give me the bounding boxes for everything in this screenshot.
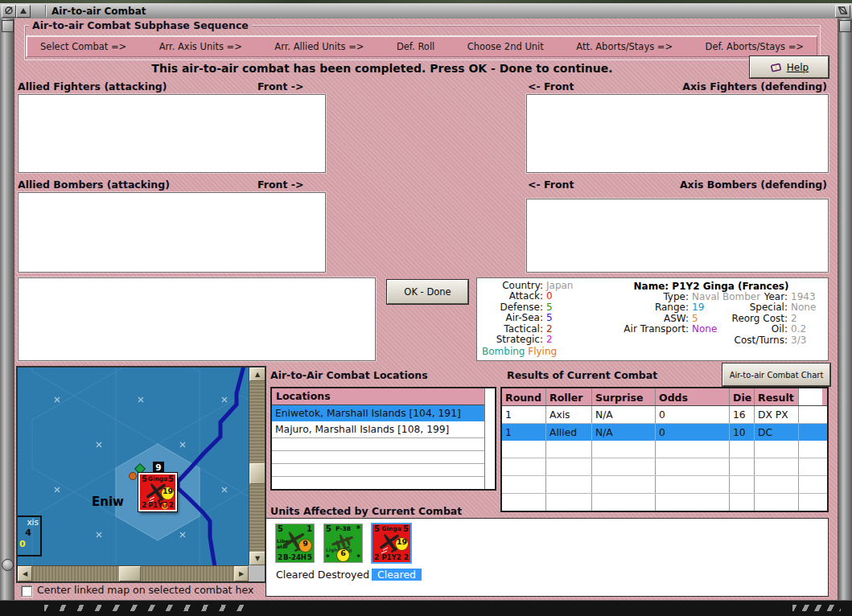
combat-chart-button-label: Air-to-air Combat Chart bbox=[730, 371, 824, 380]
menu-item-arr-axis-units[interactable]: Arr. Axis Units => bbox=[159, 41, 242, 52]
titlebar-right-button[interactable] bbox=[835, 5, 850, 18]
special-value: None bbox=[788, 302, 825, 313]
location-row-eniwetok[interactable]: Eniwetok, Marshall Islands [104, 191] bbox=[272, 405, 495, 421]
title-bar[interactable]: Air-to-air Combat bbox=[0, 3, 852, 19]
map-hscrollbar[interactable]: ◀ ▶ bbox=[18, 565, 249, 581]
center-map-checkbox-label[interactable]: Center linked map on selected combat hex bbox=[37, 584, 253, 596]
menu-item-def-aborts-stays[interactable]: Def. Aborts/Stays => bbox=[706, 41, 804, 52]
front-arrow-right-fighters: Front -> bbox=[257, 80, 303, 92]
air-transport-label: Air Transport: bbox=[598, 324, 689, 335]
country-value: Japan bbox=[543, 281, 598, 291]
menu-item-arr-allied-units[interactable]: Arr. Allied Units => bbox=[274, 41, 364, 52]
hscroll-thumb[interactable] bbox=[119, 566, 141, 581]
combat-chart-button[interactable]: Air-to-air Combat Chart bbox=[722, 363, 830, 386]
results-header-round: Round bbox=[502, 388, 546, 405]
name-value: P1Y2 Ginga (Frances) bbox=[672, 281, 788, 292]
scrollbar-corner bbox=[249, 565, 265, 581]
location-row-empty bbox=[272, 477, 495, 489]
center-map-checkbox[interactable] bbox=[21, 585, 32, 597]
axis-bombers-label: Axis Bombers (defending) bbox=[644, 179, 827, 191]
locations-scroll-gutter[interactable] bbox=[484, 388, 495, 489]
right-rail-top-square bbox=[839, 20, 851, 32]
defense-value: 5 bbox=[543, 302, 598, 313]
front-arrow-left-bombers: <- Front bbox=[528, 179, 574, 191]
scroll-down-button[interactable]: ▼ bbox=[249, 552, 265, 565]
results-row-empty bbox=[502, 494, 827, 511]
locations-title: Air-to-Air Combat Locations bbox=[270, 369, 428, 381]
country-label: Country: bbox=[477, 281, 543, 291]
allied-fighters-listbox[interactable] bbox=[18, 94, 326, 173]
name-label: Name: bbox=[634, 281, 669, 292]
reorg-cost-value: 2 bbox=[788, 314, 825, 324]
air-sea-label: Air-Sea: bbox=[477, 313, 543, 323]
air-sea-value: 5 bbox=[543, 313, 598, 323]
attack-label: Attack: bbox=[477, 291, 543, 302]
unit-counter-p1y2[interactable]: 5 Ginga 5 19 2 P1Y2 2 bbox=[372, 524, 410, 562]
info-box-line2: 4 bbox=[16, 528, 40, 539]
attack-value: 0 bbox=[543, 291, 598, 302]
results-header-row: RoundRollerSurpriseOddsDieResult bbox=[502, 388, 827, 406]
bottom-grip-right bbox=[792, 605, 841, 611]
front-arrow-right-bombers: Front -> bbox=[257, 179, 303, 191]
minimize-button[interactable] bbox=[16, 5, 31, 18]
results-row-axis[interactable]: 1AxisN/A016DX PX bbox=[502, 406, 827, 424]
slash-icon bbox=[837, 6, 849, 15]
system-menu-button[interactable] bbox=[2, 5, 16, 18]
year-value: 1943 bbox=[788, 292, 825, 302]
unit-counter-p38[interactable]: 5 P-38 * Lightning 6 * * bbox=[324, 524, 362, 562]
menu-item-def-roll[interactable]: Def. Roll bbox=[397, 41, 434, 52]
unit-counter-b24h[interactable]: 5 1 Liber- ator 9 2 B-24H 5 bbox=[276, 524, 314, 562]
subphase-menubar: Select Combat => Arr. Axis Units => Arr.… bbox=[26, 35, 817, 57]
strategic-value: 2 bbox=[543, 335, 598, 345]
tactical-label: Tactical: bbox=[477, 324, 543, 335]
location-row-empty bbox=[272, 438, 495, 451]
vscroll-thumb[interactable] bbox=[249, 463, 265, 484]
menu-item-choose-2nd-unit[interactable]: Choose 2nd Unit bbox=[467, 41, 544, 52]
combat-log-listbox[interactable] bbox=[18, 277, 376, 361]
strategic-label: Strategic: bbox=[477, 335, 543, 345]
anchor-icon bbox=[162, 502, 168, 509]
map-vscrollbar[interactable]: ▲ ▼ bbox=[249, 368, 265, 565]
help-button[interactable]: Help bbox=[750, 56, 829, 78]
help-button-label: Help bbox=[787, 62, 809, 73]
results-row-empty bbox=[502, 458, 827, 476]
front-arrow-left-fighters: <- Front bbox=[528, 80, 574, 92]
triangle-icon bbox=[18, 6, 29, 15]
flying-status: Flying bbox=[528, 346, 557, 357]
results-row-empty bbox=[502, 441, 827, 458]
bottom-frame-bar bbox=[0, 600, 852, 616]
type-label: Type: bbox=[598, 292, 689, 302]
axis-fighters-listbox[interactable] bbox=[526, 94, 829, 173]
allied-bombers-listbox[interactable] bbox=[18, 192, 326, 273]
info-box-line1: xis bbox=[16, 517, 40, 528]
asw-value: 5 bbox=[689, 314, 732, 324]
reorg-cost-label: Reorg Cost: bbox=[732, 314, 788, 324]
location-row-majuro[interactable]: Majuro, Marshall Islands [108, 199] bbox=[272, 421, 495, 438]
scroll-up-button[interactable]: ▲ bbox=[249, 368, 265, 381]
oil-value: 0.2 bbox=[788, 324, 825, 335]
axis-bombers-listbox[interactable] bbox=[526, 199, 829, 273]
scroll-right-button[interactable]: ▶ bbox=[234, 566, 249, 581]
locations-header: Locations bbox=[272, 388, 495, 405]
menu-item-att-aborts-stays[interactable]: Att. Aborts/Stays => bbox=[576, 41, 673, 52]
oil-label: Oil: bbox=[772, 324, 788, 335]
results-header-surprise: Surprise bbox=[592, 388, 656, 405]
locations-table: Locations Eniwetok, Marshall Islands [10… bbox=[270, 387, 496, 491]
hex-map[interactable]: Eniw bbox=[18, 368, 249, 565]
orange-dot-marker bbox=[129, 472, 137, 480]
axis-fighters-label: Axis Fighters (defending) bbox=[644, 80, 827, 92]
scroll-left-button[interactable]: ◀ bbox=[18, 566, 32, 581]
ok-done-button[interactable]: OK - Done bbox=[387, 280, 468, 304]
results-row-allied[interactable]: 1AlliedN/A010DC bbox=[502, 424, 827, 441]
results-header-roller: Roller bbox=[546, 388, 592, 405]
titlebar-separator bbox=[45, 5, 47, 17]
menu-item-select-combat[interactable]: Select Combat => bbox=[40, 41, 126, 52]
map-unit-counter-p1y2[interactable]: 5 Ginga 5 19 2 P1Y2 2 bbox=[138, 473, 177, 511]
left-rail-knob bbox=[2, 559, 14, 571]
stack-count-box: 9 bbox=[153, 462, 164, 474]
allied-fighters-label: Allied Fighters (attacking) bbox=[18, 80, 167, 92]
cost-turns-label: Cost/Turns: bbox=[735, 335, 788, 346]
map-panel[interactable]: Eniw 9 5 Ginga 5 19 2 P1Y2 2 xis 4 0 bbox=[16, 366, 266, 583]
units-affected-panel: 5 1 Liber- ator 9 2 B-24H 5 Cleared 5 P-… bbox=[265, 518, 829, 597]
right-frame-rail bbox=[838, 18, 852, 600]
